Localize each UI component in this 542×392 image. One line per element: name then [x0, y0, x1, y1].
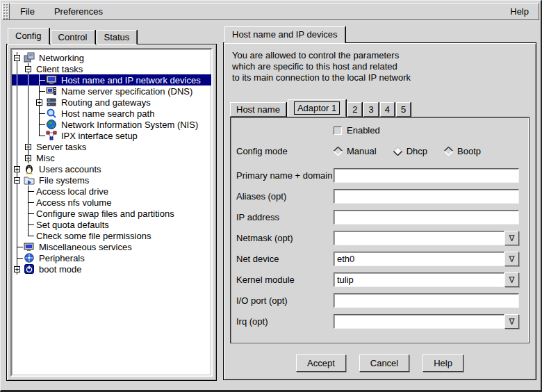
tree-expander: + [23, 152, 34, 163]
tree-line [12, 197, 23, 208]
field-input-ip-address[interactable] [334, 210, 519, 224]
radio-label: Bootp [457, 146, 481, 156]
radio-diamond-icon[interactable] [444, 147, 453, 156]
adaptor-tab-host-name[interactable]: Host name [230, 102, 286, 117]
tree-item-label: Set quota defaults [34, 220, 111, 230]
tree-line [23, 74, 34, 85]
tree-row[interactable]: Peripherals [12, 252, 211, 263]
field-input-irq-opt[interactable] [334, 314, 504, 329]
tree-line [23, 119, 34, 130]
tree-row[interactable]: Miscellaneous services [12, 241, 211, 252]
tab-control[interactable]: Control [51, 30, 95, 44]
expand-icon[interactable]: + [14, 166, 20, 172]
expand-icon[interactable]: + [25, 144, 31, 150]
tree-line [12, 186, 23, 197]
tree-row[interactable]: Network Information System (NIS) [12, 119, 211, 130]
expand-icon[interactable]: + [25, 155, 31, 161]
tree-line [23, 97, 34, 108]
tab-config[interactable]: Config [8, 28, 49, 44]
tree-expander: + [12, 163, 23, 174]
tree-row[interactable]: −Client tasks [12, 63, 211, 74]
expand-icon[interactable]: + [36, 99, 42, 106]
radio-bootp[interactable]: Bootp [444, 146, 481, 156]
tree-row[interactable]: Name server specification (DNS) [12, 85, 211, 97]
combo-dropdown-button[interactable]: ∇ [504, 252, 519, 266]
dns-icon [46, 85, 57, 97]
tree-item-label: Peripherals [37, 253, 87, 263]
combo-dropdown-button[interactable]: ∇ [504, 272, 519, 287]
tree-line [12, 208, 23, 219]
field-input-aliases-opt[interactable] [334, 189, 519, 204]
tree-branch [12, 241, 23, 252]
field-input-kernel-module[interactable] [334, 272, 504, 287]
tree-row[interactable]: Host name search path [12, 108, 211, 119]
tree-row[interactable]: Set quota defaults [12, 219, 211, 230]
tree-row[interactable]: −Networking [12, 52, 211, 63]
tree-line [12, 74, 23, 85]
search-icon [46, 108, 57, 119]
config-mode-row: Config mode ManualDhcpBootp [236, 144, 519, 158]
field-input-net-device[interactable] [334, 252, 504, 266]
tree-branch [23, 219, 34, 230]
menu-help[interactable]: Help [500, 4, 539, 19]
expand-icon[interactable]: + [14, 266, 20, 272]
tree-row[interactable]: −File systems [12, 174, 211, 186]
radio-dhcp[interactable]: Dhcp [393, 146, 427, 156]
tree-row[interactable]: IPX interface setup [12, 130, 211, 141]
tree-row[interactable]: +Routing and gateways [12, 97, 211, 108]
tab-status[interactable]: Status [97, 30, 138, 44]
tree-item-label: Name server specification (DNS) [59, 86, 195, 97]
tab-host-name-and-ip-devices[interactable]: Host name and IP devices [224, 26, 345, 43]
combo-dropdown-button[interactable]: ∇ [504, 314, 519, 329]
menu-file[interactable]: File [10, 4, 44, 19]
adaptor-tab-2[interactable]: 2 [347, 102, 362, 117]
adaptor-tab-4[interactable]: 4 [380, 102, 395, 117]
tree-line [12, 141, 23, 152]
config-page: −Networking−Client tasksHost name and IP… [6, 44, 217, 381]
tree-row[interactable]: Configure swap files and partitions [12, 208, 211, 219]
routing-icon [46, 97, 57, 108]
radio-diamond-icon[interactable] [393, 147, 402, 156]
combo-dropdown-button[interactable]: ∇ [504, 231, 519, 245]
tree-row[interactable]: Check some file permissions [12, 230, 211, 241]
tree-row[interactable]: +Misc [12, 152, 211, 163]
menu-right: Help [500, 3, 539, 19]
networking-icon [24, 52, 35, 63]
tree-row[interactable]: +boot mode [12, 263, 211, 275]
adaptor-tab-adaptor-1[interactable]: Adaptor 1 [288, 99, 346, 117]
menu-preferences[interactable]: Preferences [44, 4, 113, 19]
menu-items: FilePreferences [10, 3, 113, 19]
help-button[interactable]: Help [422, 354, 463, 372]
tree-row[interactable]: +Server tasks [12, 141, 211, 152]
action-buttons: AcceptCancelHelp [224, 354, 536, 372]
radio-diamond-icon[interactable] [334, 147, 343, 156]
form-row: Irq (opt)∇ [236, 314, 519, 329]
enabled-checkbox[interactable]: Enabled [334, 125, 380, 136]
form-row: Net device∇ [236, 252, 519, 266]
intro-line: You are allowed to control the parameter… [232, 50, 411, 61]
tree-row[interactable]: Access nfs volume [12, 197, 211, 208]
tree-expander: − [12, 174, 23, 186]
field-label: Kernel module [236, 275, 334, 285]
accept-button[interactable]: Accept [296, 354, 346, 372]
collapse-icon[interactable]: − [25, 66, 31, 72]
radio-manual[interactable]: Manual [334, 146, 377, 156]
radio-label: Dhcp [406, 146, 427, 156]
left-notebook: ConfigControlStatus −Networking−Client t… [6, 28, 217, 381]
tree-item-label: File systems [37, 175, 91, 186]
tree-branch-end [23, 230, 34, 241]
field-input-i-o-port-opt[interactable] [334, 293, 519, 308]
collapse-icon[interactable]: − [14, 177, 20, 183]
collapse-icon[interactable]: − [14, 55, 20, 61]
menubar-grip-handle[interactable] [3, 3, 10, 19]
field-input-netmask-opt[interactable] [334, 231, 504, 245]
adaptor-tab-3[interactable]: 3 [363, 102, 378, 117]
config-tree-view[interactable]: −Networking−Client tasksHost name and IP… [10, 48, 213, 377]
field-input-primary-name-domain[interactable] [334, 168, 519, 183]
cancel-button[interactable]: Cancel [359, 354, 409, 372]
tree-row[interactable]: Access local drive [12, 186, 211, 197]
tree-row[interactable]: +Users accounts [12, 163, 211, 174]
adaptor-tab-5[interactable]: 5 [396, 102, 411, 117]
tree-row[interactable]: Host name and IP network devices [12, 74, 211, 85]
checkbox-box-icon[interactable] [334, 126, 342, 135]
